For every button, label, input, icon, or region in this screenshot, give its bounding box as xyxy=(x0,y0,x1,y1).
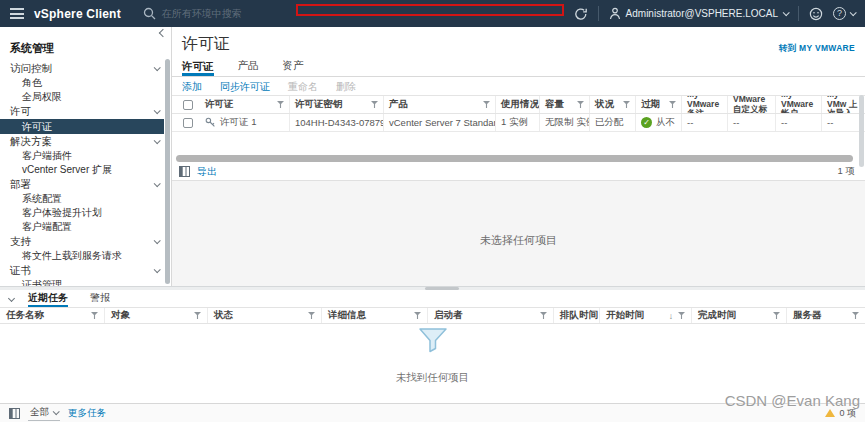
sidebar-scrollbar[interactable] xyxy=(165,59,170,284)
refresh-icon[interactable] xyxy=(574,7,588,21)
chevron-down-icon xyxy=(154,237,161,244)
horizontal-scrollbar-thumb[interactable] xyxy=(176,155,853,162)
tasks-tab-bar: 近期任务 警报 xyxy=(0,290,865,307)
select-all-checkbox[interactable] xyxy=(183,100,193,110)
filter-icon[interactable] xyxy=(194,312,201,319)
license-table-row[interactable]: 许可证 1 104HH-D4343-07879-MV08K-2D2... vCe… xyxy=(172,114,865,132)
chevron-down-icon xyxy=(154,180,161,187)
column-header-start-time[interactable]: 开始时间↓ xyxy=(600,308,692,323)
sort-descending-icon[interactable]: ↓ xyxy=(669,311,673,321)
tab-alarms[interactable]: 警报 xyxy=(90,291,110,307)
chevron-down-icon xyxy=(154,137,161,144)
collapse-tasks-icon[interactable] xyxy=(8,295,15,302)
column-header-completion-time[interactable]: 完成时间 xyxy=(692,308,787,323)
item-count: 1 项 xyxy=(838,165,855,178)
user-menu[interactable]: Administrator@VSPHERE.LOCAL xyxy=(609,7,788,20)
empty-filter-funnel-icon xyxy=(418,327,448,353)
column-settings-icon[interactable] xyxy=(9,408,20,419)
sidebar-section-support[interactable]: 支持 xyxy=(0,234,171,249)
filter-icon[interactable] xyxy=(577,101,584,108)
chevron-down-icon xyxy=(850,9,857,16)
user-name: Administrator@VSPHERE.LOCAL xyxy=(626,8,778,19)
sidebar-item-upload-file[interactable]: 将文件上载到服务请求 xyxy=(0,249,171,263)
sidebar-item-certificate-management[interactable]: 证书管理 xyxy=(0,278,171,286)
watermark-text: CSDN @Evan Kang xyxy=(725,392,860,409)
sidebar-item-roles[interactable]: 角色 xyxy=(0,76,171,90)
global-search[interactable]: 在所有环境中搜索 xyxy=(143,7,242,21)
filter-icon[interactable] xyxy=(852,312,859,319)
sidebar-item-client-plugins[interactable]: 客户端插件 xyxy=(0,149,171,163)
sidebar-section-access-control[interactable]: 访问控制 xyxy=(0,61,171,76)
filter-icon[interactable] xyxy=(678,312,685,319)
column-header-usage[interactable]: 使用情况 xyxy=(496,96,540,113)
sidebar-item-licenses[interactable]: 许可证 xyxy=(0,119,164,134)
annotation-highlight xyxy=(296,4,564,16)
filter-icon[interactable] xyxy=(371,101,378,108)
filter-icon[interactable] xyxy=(669,101,676,108)
sidebar-section-licensing[interactable]: 许可 xyxy=(0,104,171,119)
delete-button[interactable]: 删除 xyxy=(336,80,356,94)
feedback-smiley-icon[interactable] xyxy=(809,7,823,21)
column-header-capacity[interactable]: 容量 xyxy=(540,96,590,113)
column-header-task-name[interactable]: 任务名称 xyxy=(0,308,105,323)
filter-icon[interactable] xyxy=(277,101,284,108)
filter-icon[interactable] xyxy=(308,312,315,319)
export-link[interactable]: 导出 xyxy=(197,165,217,179)
sync-licenses-button[interactable]: 同步许可证 xyxy=(220,80,270,94)
license-name-link[interactable]: 许可证 1 xyxy=(220,116,256,129)
vertical-scrollbar-thumb[interactable] xyxy=(859,95,864,167)
license-key-icon xyxy=(205,117,216,128)
filter-icon[interactable] xyxy=(623,101,630,108)
column-header-server[interactable]: 服务器 xyxy=(787,308,865,323)
column-header-target[interactable]: 对象 xyxy=(105,308,208,323)
more-tasks-link[interactable]: 更多任务 xyxy=(68,407,106,420)
tab-assets[interactable]: 资产 xyxy=(283,59,304,76)
success-check-icon xyxy=(641,117,652,128)
tab-recent-tasks[interactable]: 近期任务 xyxy=(28,291,68,307)
mv-labels-cell: -- xyxy=(728,114,776,131)
section-label: 部署 xyxy=(10,178,31,192)
sidebar-item-ceip[interactable]: 客户体验提升计划 xyxy=(0,206,171,220)
rename-button[interactable]: 重命名 xyxy=(288,80,318,94)
sidebar-section-deployment[interactable]: 部署 xyxy=(0,177,171,192)
column-header-mv-notes[interactable]: My VMware 备注 xyxy=(682,96,728,113)
filter-icon[interactable] xyxy=(414,312,421,319)
column-header-queued-for[interactable]: 排队时间 xyxy=(554,308,600,323)
add-button[interactable]: 添加 xyxy=(182,80,202,94)
mv-account-cell: -- xyxy=(776,114,822,131)
column-header-details[interactable]: 详细信息 xyxy=(322,308,428,323)
column-settings-icon[interactable] xyxy=(179,166,190,177)
column-header-mv-account[interactable]: My VMware 帐户 xyxy=(776,96,822,113)
section-label: 支持 xyxy=(10,235,31,249)
grid-empty-space xyxy=(172,132,865,154)
collapse-sidebar-icon[interactable] xyxy=(159,29,167,37)
column-header-license[interactable]: 许可证 xyxy=(200,96,290,113)
help-menu[interactable]: ? xyxy=(833,7,855,20)
tab-licenses[interactable]: 许可证 xyxy=(182,60,214,76)
column-header-mv-labels[interactable]: My VMware 自定义标签 xyxy=(728,96,776,113)
task-filter-dropdown[interactable]: 全部 xyxy=(28,406,60,421)
sidebar-section-solutions[interactable]: 解决方案 xyxy=(0,134,171,149)
help-icon: ? xyxy=(833,7,846,20)
tab-products[interactable]: 产品 xyxy=(238,59,259,76)
column-header-status[interactable]: 状态 xyxy=(208,308,322,323)
menu-icon[interactable] xyxy=(10,8,24,19)
column-header-license-key[interactable]: 许可证密钥 xyxy=(290,96,384,113)
column-header-product[interactable]: 产品 xyxy=(384,96,496,113)
no-items-found-text: 未找到任何项目 xyxy=(0,371,865,385)
column-header-initiator[interactable]: 启动者 xyxy=(428,308,554,323)
sidebar-item-vcenter-extensions[interactable]: vCenter Server 扩展 xyxy=(0,163,171,177)
sidebar-item-client-configuration[interactable]: 客户端配置 xyxy=(0,220,171,234)
filter-icon[interactable] xyxy=(773,312,780,319)
filter-icon[interactable] xyxy=(540,312,547,319)
sidebar-section-certificates[interactable]: 证书 xyxy=(0,263,171,278)
sidebar-item-system-configuration[interactable]: 系统配置 xyxy=(0,192,171,206)
column-header-expiration[interactable]: 过期 xyxy=(636,96,682,113)
row-checkbox[interactable] xyxy=(183,118,193,128)
column-header-state[interactable]: 状况 xyxy=(590,96,636,113)
filter-icon[interactable] xyxy=(483,101,490,108)
sidebar-item-global-permissions[interactable]: 全局权限 xyxy=(0,90,171,104)
filter-icon[interactable] xyxy=(91,312,98,319)
go-to-my-vmware-link[interactable]: 转到 MY VMWARE xyxy=(779,43,855,55)
product-cell: vCenter Server 7 Standard xyxy=(384,114,496,131)
